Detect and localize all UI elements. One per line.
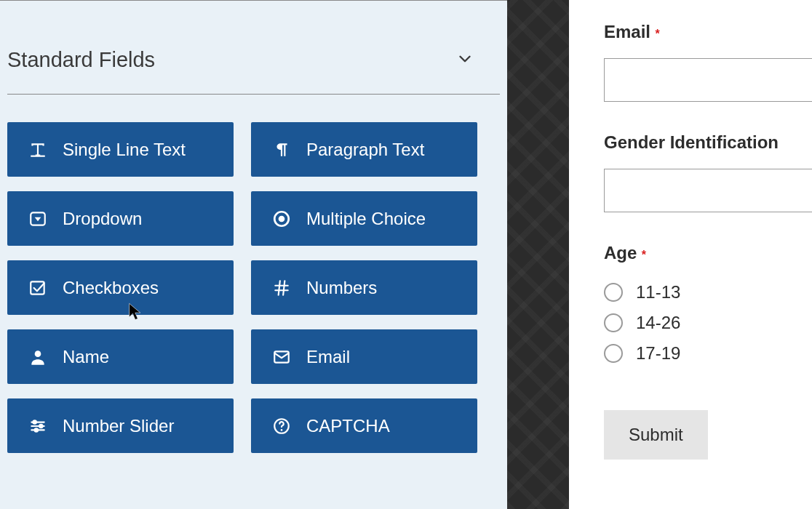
person-icon bbox=[28, 347, 48, 367]
age-radio-group: 11-13 14-26 17-19 bbox=[604, 282, 812, 364]
field-checkboxes[interactable]: Checkboxes bbox=[7, 260, 234, 315]
svg-point-14 bbox=[33, 420, 36, 423]
required-asterisk: * bbox=[655, 28, 659, 40]
field-captcha[interactable]: CAPTCHA bbox=[251, 398, 477, 453]
field-dropdown[interactable]: Dropdown bbox=[7, 191, 234, 246]
svg-line-8 bbox=[283, 281, 284, 295]
required-asterisk: * bbox=[642, 249, 646, 261]
age-option-2[interactable]: 17-19 bbox=[604, 343, 812, 364]
svg-line-7 bbox=[279, 281, 280, 295]
question-circle-icon bbox=[271, 416, 292, 436]
field-single-line-text[interactable]: Single Line Text bbox=[7, 122, 234, 177]
email-input[interactable] bbox=[604, 58, 812, 102]
gender-input[interactable] bbox=[604, 169, 812, 212]
field-label: Single Line Text bbox=[63, 140, 186, 160]
gutter-background bbox=[507, 0, 569, 509]
field-label: Paragraph Text bbox=[306, 140, 424, 160]
field-label: Numbers bbox=[306, 278, 377, 298]
field-multiple-choice[interactable]: Multiple Choice bbox=[251, 191, 477, 246]
radio-label: 17-19 bbox=[636, 343, 680, 364]
form-field-age: Age * 11-13 14-26 17-19 bbox=[604, 243, 812, 364]
radio-label: 11-13 bbox=[636, 282, 680, 302]
field-number-slider[interactable]: Number Slider bbox=[7, 398, 234, 453]
svg-point-18 bbox=[281, 429, 283, 431]
checkbox-icon bbox=[28, 278, 48, 298]
field-name[interactable]: Name bbox=[7, 329, 234, 384]
chevron-down-icon bbox=[455, 49, 474, 71]
svg-point-3 bbox=[279, 215, 285, 222]
form-field-gender: Gender Identification bbox=[604, 132, 812, 212]
fields-grid: Single Line Text Paragraph Text Dropdown… bbox=[7, 122, 500, 453]
radio-icon bbox=[271, 209, 292, 229]
svg-point-9 bbox=[35, 350, 41, 357]
field-paragraph-text[interactable]: Paragraph Text bbox=[251, 122, 477, 177]
submit-button[interactable]: Submit bbox=[604, 410, 708, 460]
app-root: Standard Fields Single Line Text Paragra… bbox=[0, 0, 812, 509]
svg-point-16 bbox=[35, 428, 38, 431]
envelope-icon bbox=[271, 347, 292, 367]
age-label: Age bbox=[604, 243, 637, 262]
radio-label: 14-26 bbox=[636, 313, 680, 333]
radio-icon bbox=[604, 313, 623, 332]
field-numbers[interactable]: Numbers bbox=[251, 260, 477, 315]
text-icon bbox=[28, 140, 48, 160]
form-field-email: Email * bbox=[604, 22, 812, 102]
field-label: Email bbox=[306, 347, 350, 367]
fields-panel: Standard Fields Single Line Text Paragra… bbox=[0, 0, 507, 509]
svg-rect-4 bbox=[31, 281, 44, 294]
pilcrow-icon bbox=[271, 140, 292, 160]
section-header[interactable]: Standard Fields bbox=[7, 48, 500, 95]
sliders-icon bbox=[28, 416, 48, 436]
age-option-0[interactable]: 11-13 bbox=[604, 282, 812, 302]
radio-icon bbox=[604, 344, 623, 363]
radio-icon bbox=[604, 283, 623, 302]
hash-icon bbox=[271, 278, 292, 298]
field-label: CAPTCHA bbox=[306, 416, 390, 436]
field-label: Name bbox=[63, 347, 109, 367]
field-label: Number Slider bbox=[63, 416, 174, 436]
gender-label: Gender Identification bbox=[604, 132, 779, 152]
svg-point-15 bbox=[39, 424, 42, 427]
field-label: Checkboxes bbox=[63, 278, 159, 298]
dropdown-icon bbox=[28, 209, 48, 229]
field-email[interactable]: Email bbox=[251, 329, 477, 384]
section-title: Standard Fields bbox=[7, 48, 155, 72]
age-option-1[interactable]: 14-26 bbox=[604, 313, 812, 333]
svg-rect-0 bbox=[31, 155, 45, 156]
panel-top-divider bbox=[0, 0, 507, 1]
field-label: Multiple Choice bbox=[306, 209, 426, 229]
field-label: Dropdown bbox=[63, 209, 142, 229]
form-preview: Email * Gender Identification Age * 11-1… bbox=[569, 0, 812, 509]
email-label: Email bbox=[604, 22, 650, 41]
